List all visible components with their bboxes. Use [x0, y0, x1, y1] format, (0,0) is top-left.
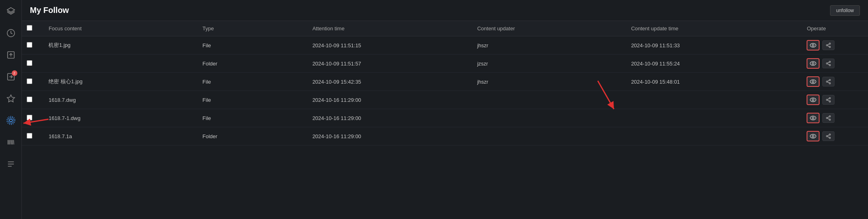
row-content-update-time: 2024-10-09 11:51:33	[626, 36, 802, 55]
row-checkbox[interactable]	[27, 60, 32, 66]
row-attention-time: 2024-10-09 11:51:15	[307, 36, 472, 55]
row-focus-content: 1618.7-1.dwg	[44, 109, 198, 127]
svg-line-15	[13, 140, 14, 145]
header-attention-time: Attention time	[307, 21, 472, 36]
table-row: 绝密 核心1.jpg File 2024-10-09 15:42:35 jhsz…	[22, 73, 868, 91]
table-header-row: Focus content Type Attention time Conten…	[22, 21, 868, 36]
follow-table: Focus content Type Attention time Conten…	[22, 21, 868, 145]
clock-icon[interactable]	[4, 26, 18, 40]
header-content-update-time: Content update time	[626, 21, 802, 36]
follow-status-button[interactable]	[807, 59, 819, 68]
svg-point-30	[829, 64, 830, 66]
layers-icon[interactable]	[4, 4, 18, 19]
follow-status-button[interactable]	[807, 40, 819, 50]
svg-line-24	[828, 46, 829, 46]
svg-line-38	[828, 82, 829, 83]
svg-point-29	[826, 63, 828, 64]
row-focus-content: 机密1.jpg	[44, 36, 198, 55]
svg-point-27	[810, 61, 816, 65]
row-operate-cell	[802, 127, 868, 145]
svg-point-7	[9, 119, 12, 122]
barcode-icon[interactable]	[4, 135, 18, 150]
svg-point-57	[826, 135, 828, 137]
operate-buttons	[807, 131, 863, 141]
follow-icon[interactable]	[4, 113, 18, 128]
svg-point-35	[829, 79, 830, 81]
row-focus-content	[44, 55, 198, 73]
row-checkbox[interactable]	[27, 97, 32, 102]
row-checkbox-cell	[22, 55, 44, 73]
row-checkbox-cell	[22, 91, 44, 109]
table-wrapper: Focus content Type Attention time Conten…	[22, 21, 868, 219]
svg-point-48	[810, 116, 816, 120]
follow-status-button[interactable]	[807, 95, 819, 105]
svg-point-47	[812, 117, 814, 119]
table-row: 1618.7.dwg File 2024-10-16 11:29:00	[22, 91, 868, 109]
row-type: File	[198, 36, 307, 55]
svg-point-23	[829, 46, 830, 48]
svg-point-41	[810, 98, 816, 102]
svg-point-19	[812, 44, 814, 46]
svg-point-56	[829, 134, 830, 135]
svg-point-42	[829, 97, 830, 99]
row-content-update-time: 2024-10-09 15:48:01	[626, 73, 802, 91]
follow-status-button[interactable]	[807, 131, 819, 141]
share-row-button[interactable]	[822, 131, 834, 141]
row-content-update-time: 2024-10-09 11:55:24	[626, 55, 802, 73]
svg-point-43	[826, 99, 828, 101]
row-checkbox-cell	[22, 109, 44, 127]
row-checkbox[interactable]	[27, 42, 32, 48]
share-row-button[interactable]	[822, 59, 834, 68]
svg-point-28	[829, 61, 830, 63]
share-row-button[interactable]	[822, 95, 834, 105]
row-attention-time: 2024-10-09 11:51:57	[307, 55, 472, 73]
row-attention-time: 2024-10-16 11:29:00	[307, 109, 472, 127]
header-content-updater: Content updater	[472, 21, 626, 36]
list-icon[interactable]	[4, 157, 18, 171]
row-focus-content: 1618.7.1a	[44, 127, 198, 145]
select-all-checkbox[interactable]	[27, 25, 32, 31]
row-checkbox[interactable]	[27, 78, 32, 84]
share-row-button[interactable]	[822, 113, 834, 123]
row-content-update-time	[626, 127, 802, 145]
svg-line-25	[828, 44, 829, 45]
svg-point-50	[826, 117, 828, 119]
star-icon[interactable]	[4, 91, 18, 106]
svg-line-39	[828, 80, 829, 81]
svg-line-59	[828, 137, 829, 137]
follow-status-button[interactable]	[807, 77, 819, 86]
row-type: File	[198, 109, 307, 127]
badge-count: 2	[12, 70, 17, 76]
follow-status-button[interactable]	[807, 113, 819, 123]
svg-point-58	[829, 137, 830, 139]
header-focus-content: Focus content	[44, 21, 198, 36]
share-icon[interactable]: 2	[4, 69, 18, 84]
row-focus-content: 绝密 核心1.jpg	[44, 73, 198, 91]
page-title: My Follow	[30, 6, 69, 15]
upload-icon[interactable]	[4, 48, 18, 62]
row-focus-content: 1618.7.dwg	[44, 91, 198, 109]
header-checkbox-cell	[22, 21, 44, 36]
svg-point-44	[829, 101, 830, 102]
svg-line-60	[828, 135, 829, 136]
row-checkbox[interactable]	[27, 115, 32, 120]
row-content-updater	[472, 109, 626, 127]
row-checkbox-cell	[22, 36, 44, 55]
row-content-update-time	[626, 109, 802, 127]
table-row: 1618.7.1a Folder 2024-10-16 11:29:00	[22, 127, 868, 145]
share-row-button[interactable]	[822, 77, 834, 86]
table-row: 机密1.jpg File 2024-10-09 11:51:15 jhszr 2…	[22, 36, 868, 55]
operate-buttons	[807, 95, 863, 105]
share-row-button[interactable]	[822, 40, 834, 50]
svg-point-55	[810, 134, 816, 138]
svg-line-45	[828, 100, 829, 101]
operate-buttons	[807, 113, 863, 123]
svg-line-46	[828, 99, 829, 99]
row-attention-time: 2024-10-16 11:29:00	[307, 127, 472, 145]
row-checkbox[interactable]	[27, 133, 32, 139]
unfollow-button[interactable]: unfollow	[830, 5, 860, 16]
main-content: My Follow unfollow Focus content Type At…	[22, 0, 868, 219]
row-content-update-time	[626, 91, 802, 109]
svg-point-21	[829, 43, 830, 44]
svg-point-51	[829, 119, 830, 120]
